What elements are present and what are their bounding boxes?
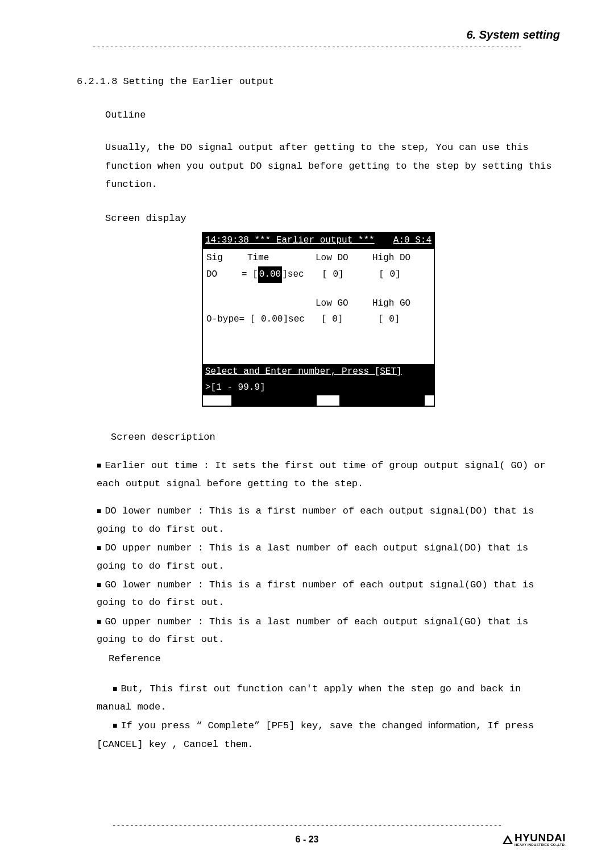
screen-header-left: 14:39:38 *** Earlier output *** [205,233,375,248]
screen-header-bar: 14:39:38 *** Earlier output *** A:0 S:4 [203,233,434,249]
row-do-eq: = [ [242,266,258,283]
col-time: Time [247,250,316,266]
logo-subtitle: HEAVY INDUSTRIES CO.,LTD. [515,843,566,846]
col-high-go: High GO [372,295,410,312]
screen-header-right: A:0 S:4 [393,233,432,248]
logo-text: HYUNDAI [515,832,566,843]
black-block-1 [231,395,317,406]
outline-paragraph: Usually, the DO signal output after gett… [105,139,560,194]
col-low-do: Low DO [316,250,372,266]
logo-triangle-icon [503,835,513,844]
square-bullet-icon: ■ [113,721,117,731]
screen-footer-instruction: Select and Enter number, Press [SET] [203,364,434,380]
row-do-high-val: [ 0] [379,266,400,283]
row-do-label: DO [206,266,242,283]
row-do-low-val: [ 0] [322,266,379,283]
screen-description-label: Screen description [111,429,560,445]
bullet-do-upper: ■DO upper number : This is a last number… [97,539,560,575]
col-sig: Sig [206,250,247,266]
row-do-sec: ]sec [282,266,316,283]
footer-divider: ----------------------------------------… [48,821,566,830]
bullet-go-lower: ■GO lower number : This is a first numbe… [97,576,560,612]
row-do-value[interactable]: 0.00 [258,266,282,283]
square-bullet-icon: ■ [97,507,101,516]
top-divider: ----------------------------------------… [48,43,566,51]
square-bullet-icon: ■ [97,617,101,627]
square-bullet-icon: ■ [113,685,117,694]
bullet-go-upper: ■GO upper number : This is a last number… [97,613,560,649]
section-number: 6.2.1.8 Setting the Earlier output [77,74,560,89]
square-bullet-icon: ■ [97,581,101,590]
page-header-title: 6. System setting [48,28,566,41]
black-block-2 [339,395,425,406]
bullet-do-lower: ■DO lower number : This is a first numbe… [97,502,560,538]
reference-label: Reference [109,651,560,666]
screen-display-box: 14:39:38 *** Earlier output *** A:0 S:4 … [202,232,435,407]
square-bullet-icon: ■ [97,544,101,553]
page-number: 6 - 23 [296,834,319,845]
row-go-high-val: [ 0] [378,311,400,328]
bullet-earlier-out-time: ■Earlier out time : It sets the first ou… [97,457,560,494]
reference-item-1: ■But, This first out function can't appl… [97,680,560,717]
row-obype: O-bype= [ 0.00]sec [206,311,321,328]
screen-display-label: Screen display [105,211,560,226]
col-high-do: High DO [372,250,410,266]
square-bullet-icon: ■ [97,461,101,470]
reference-item-2: ■If you press “ Complete” [PF5] key, sav… [97,716,560,754]
hyundai-logo: HYUNDAI HEAVY INDUSTRIES CO.,LTD. [503,832,566,846]
row-go-low-val: [ 0] [321,311,378,328]
screen-footer-range: >[1 - 99.9] [203,380,434,396]
col-low-go: Low GO [316,295,372,312]
outline-label: Outline [105,107,560,123]
